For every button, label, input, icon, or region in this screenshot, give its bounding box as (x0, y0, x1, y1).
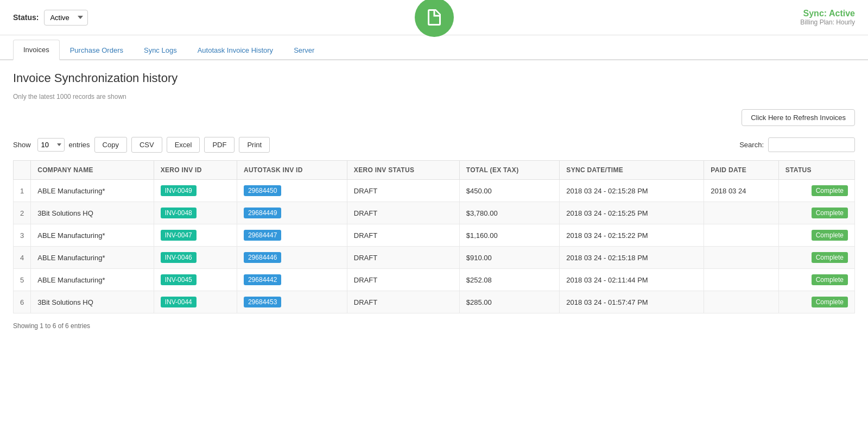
row-company: ABLE Manufacturing* (31, 224, 154, 247)
header-logo (415, 0, 454, 37)
doc-icon-circle (415, 0, 454, 37)
row-sync-datetime: 2018 03 24 - 02:15:22 PM (560, 224, 704, 247)
search-input[interactable] (768, 137, 855, 152)
row-total: $910.00 (459, 247, 560, 269)
row-company: ABLE Manufacturing* (31, 269, 154, 291)
row-sync-datetime: 2018 03 24 - 02:15:18 PM (560, 247, 704, 269)
sync-status: Sync: Active (800, 9, 855, 18)
row-autotask-inv-id: 29684447 (237, 224, 347, 247)
status-label: Status: (13, 13, 39, 22)
col-autotask-inv-id: AUTOTASK INV ID (237, 161, 347, 180)
main-content: Invoice Synchronization history Only the… (0, 60, 868, 341)
row-status: Complete (778, 291, 854, 313)
row-number: 2 (14, 202, 31, 224)
header: Status: Active Inactive Sync: Active Bil… (0, 0, 868, 35)
col-xero-inv-status: XERO INV STATUS (347, 161, 459, 180)
row-xero-inv-id: INV-0049 (154, 180, 237, 202)
row-paid-date: 2018 03 24 (704, 180, 778, 202)
row-xero-inv-status: DRAFT (347, 202, 459, 224)
row-xero-inv-id: INV-0044 (154, 291, 237, 313)
row-sync-datetime: 2018 03 24 - 02:15:28 PM (560, 180, 704, 202)
row-status: Complete (778, 202, 854, 224)
tab-autotask-invoice-history[interactable]: Autotask Invoice History (187, 40, 283, 60)
row-sync-datetime: 2018 03 24 - 02:15:25 PM (560, 202, 704, 224)
tab-invoices[interactable]: Invoices (13, 40, 60, 60)
records-note: Only the latest 1000 records are shown (13, 93, 855, 100)
row-total: $3,780.00 (459, 202, 560, 224)
col-sync-datetime: SYNC DATE/TIME (560, 161, 704, 180)
row-xero-inv-status: DRAFT (347, 269, 459, 291)
table-row: 3ABLE Manufacturing*INV-004729684447DRAF… (14, 224, 855, 247)
table-row: 23Bit Solutions HQINV-004829684449DRAFT$… (14, 202, 855, 224)
row-paid-date (704, 291, 778, 313)
row-status: Complete (778, 180, 854, 202)
row-xero-inv-id: INV-0048 (154, 202, 237, 224)
table-row: 4ABLE Manufacturing*INV-004629684446DRAF… (14, 247, 855, 269)
invoices-table: COMPANY NAME XERO INV ID AUTOTASK INV ID… (13, 160, 855, 313)
row-paid-date (704, 202, 778, 224)
toolbar-row: Show 10 25 50 100 entries Copy CSV Excel… (13, 137, 855, 153)
row-xero-inv-status: DRAFT (347, 291, 459, 313)
row-total: $450.00 (459, 180, 560, 202)
entries-label: entries (69, 141, 90, 149)
row-xero-inv-status: DRAFT (347, 180, 459, 202)
row-xero-inv-status: DRAFT (347, 224, 459, 247)
pdf-button[interactable]: PDF (204, 137, 235, 153)
status-select[interactable]: Active Inactive (44, 10, 88, 26)
row-company: 3Bit Solutions HQ (31, 202, 154, 224)
row-number: 5 (14, 269, 31, 291)
row-xero-inv-id: INV-0046 (154, 247, 237, 269)
header-right: Sync: Active Billing Plan: Hourly (800, 9, 855, 26)
page-title: Invoice Synchronization history (13, 71, 855, 85)
footer-note: Showing 1 to 6 of 6 entries (13, 322, 855, 330)
row-company: ABLE Manufacturing* (31, 180, 154, 202)
print-button[interactable]: Print (239, 137, 270, 153)
table-row: 5ABLE Manufacturing*INV-004529684442DRAF… (14, 269, 855, 291)
row-xero-inv-status: DRAFT (347, 247, 459, 269)
table-row: 1ABLE Manufacturing*INV-004929684450DRAF… (14, 180, 855, 202)
tab-purchase-orders[interactable]: Purchase Orders (60, 40, 134, 60)
col-xero-inv-id: XERO INV ID (154, 161, 237, 180)
row-number: 3 (14, 224, 31, 247)
row-number: 4 (14, 247, 31, 269)
row-total: $1,160.00 (459, 224, 560, 247)
tab-server[interactable]: Server (283, 40, 325, 60)
entries-select[interactable]: 10 25 50 100 (37, 138, 65, 152)
row-paid-date (704, 269, 778, 291)
row-autotask-inv-id: 29684450 (237, 180, 347, 202)
table-row: 63Bit Solutions HQINV-004429684453DRAFT$… (14, 291, 855, 313)
row-sync-datetime: 2018 03 24 - 01:57:47 PM (560, 291, 704, 313)
top-actions: Click Here to Refresh Invoices (13, 109, 855, 131)
row-number: 6 (14, 291, 31, 313)
document-icon (425, 8, 444, 27)
row-total: $252.08 (459, 269, 560, 291)
col-status: STATUS (778, 161, 854, 180)
refresh-invoices-button[interactable]: Click Here to Refresh Invoices (742, 109, 855, 126)
excel-button[interactable]: Excel (167, 137, 200, 153)
col-total: TOTAL (EX TAX) (459, 161, 560, 180)
row-number: 1 (14, 180, 31, 202)
col-paid-date: PAID DATE (704, 161, 778, 180)
table-header-row: COMPANY NAME XERO INV ID AUTOTASK INV ID… (14, 161, 855, 180)
row-status: Complete (778, 224, 854, 247)
col-num (14, 161, 31, 180)
row-xero-inv-id: INV-0045 (154, 269, 237, 291)
copy-button[interactable]: Copy (94, 137, 127, 153)
row-status: Complete (778, 269, 854, 291)
csv-button[interactable]: CSV (131, 137, 162, 153)
row-company: 3Bit Solutions HQ (31, 291, 154, 313)
row-company: ABLE Manufacturing* (31, 247, 154, 269)
tabs: Invoices Purchase Orders Sync Logs Autot… (0, 40, 868, 60)
row-autotask-inv-id: 29684453 (237, 291, 347, 313)
toolbar-right: Search: (739, 137, 855, 152)
row-autotask-inv-id: 29684446 (237, 247, 347, 269)
show-label: Show (13, 141, 31, 149)
col-company: COMPANY NAME (31, 161, 154, 180)
row-autotask-inv-id: 29684442 (237, 269, 347, 291)
tab-sync-logs[interactable]: Sync Logs (134, 40, 187, 60)
row-total: $285.00 (459, 291, 560, 313)
row-paid-date (704, 247, 778, 269)
toolbar-left: Show 10 25 50 100 entries Copy CSV Excel… (13, 137, 270, 153)
billing-plan: Billing Plan: Hourly (800, 18, 855, 26)
row-autotask-inv-id: 29684449 (237, 202, 347, 224)
